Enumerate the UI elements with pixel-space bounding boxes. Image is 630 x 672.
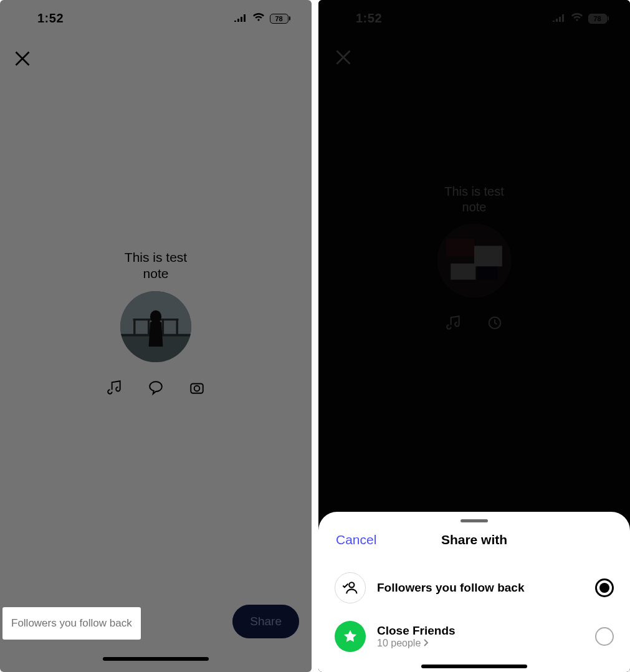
option-label: Followers you follow back <box>377 581 584 595</box>
attach-icons <box>107 380 205 396</box>
avatar <box>120 291 191 362</box>
status-bar: 1:52 78 <box>318 11 630 26</box>
status-right: 78 <box>552 13 609 24</box>
audience-chip[interactable]: Followers you follow back <box>2 607 141 640</box>
note-preview: This is test note <box>437 184 511 331</box>
home-indicator <box>103 657 209 661</box>
svg-rect-7 <box>474 246 502 266</box>
option-sub: 10 people <box>377 638 584 649</box>
share-button-label: Share <box>250 615 282 628</box>
cellular-icon <box>234 13 247 24</box>
share-option-close-friends[interactable]: Close Friends 10 people <box>333 612 615 661</box>
battery-icon: 78 <box>270 14 291 24</box>
status-right: 78 <box>234 13 291 24</box>
followers-icon <box>335 572 366 603</box>
cancel-button[interactable]: Cancel <box>336 532 376 547</box>
svg-rect-6 <box>446 239 474 256</box>
option-sub-text: 10 people <box>377 638 421 649</box>
radio-selected-icon <box>595 578 614 597</box>
cancel-label: Cancel <box>336 532 376 547</box>
status-clock: 1:52 <box>37 11 64 26</box>
music-icon[interactable] <box>107 380 123 396</box>
sheet-title: Share with <box>441 532 507 547</box>
status-clock: 1:52 <box>356 11 382 26</box>
note-preview: This is test note <box>107 249 205 396</box>
radio-empty-icon <box>595 627 614 646</box>
screenshot-divider <box>312 0 318 672</box>
svg-rect-8 <box>451 264 475 280</box>
note-text[interactable]: This is test note <box>125 249 187 282</box>
note-text[interactable]: This is test note <box>444 184 504 215</box>
star-icon <box>335 621 366 652</box>
share-button[interactable]: Share <box>232 605 299 638</box>
share-sheet: Cancel Share with Followers you follow b… <box>318 512 630 672</box>
camera-icon[interactable] <box>189 380 205 396</box>
speech-bubble-icon[interactable] <box>148 380 164 396</box>
cellular-icon <box>552 13 566 24</box>
svg-point-11 <box>349 582 354 587</box>
close-button[interactable] <box>335 49 352 66</box>
clock-icon[interactable] <box>487 315 503 331</box>
avatar <box>437 224 511 297</box>
svg-rect-9 <box>477 266 498 279</box>
wifi-icon <box>571 13 583 24</box>
phone-screen-left: 1:52 78 This is test note <box>0 0 312 672</box>
attach-icons <box>446 315 503 331</box>
share-option-followers-back[interactable]: Followers you follow back <box>333 564 615 612</box>
status-bar: 1:52 78 <box>0 11 312 26</box>
battery-icon: 78 <box>588 14 609 24</box>
music-icon[interactable] <box>446 315 462 331</box>
audience-chip-label: Followers you follow back <box>11 617 132 629</box>
option-label: Close Friends <box>377 624 584 638</box>
close-button[interactable] <box>14 50 31 67</box>
svg-point-4 <box>194 385 200 391</box>
wifi-icon <box>252 13 265 24</box>
chevron-right-icon <box>423 638 429 649</box>
home-indicator <box>421 665 527 668</box>
phone-screen-right: 1:52 78 This is test note <box>318 0 630 672</box>
sheet-grab-handle[interactable] <box>461 519 488 522</box>
